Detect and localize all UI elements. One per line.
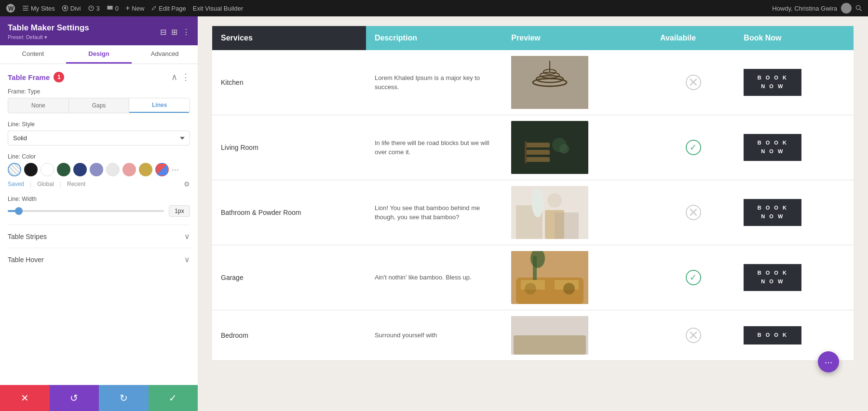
color-tab-saved[interactable]: Saved [8,181,24,187]
swatch-black[interactable] [24,163,38,176]
svg-rect-38 [511,316,588,355]
desc-cell-bathroom: Lion! You see that bamboo behind me thou… [366,180,502,245]
exit-builder-link[interactable]: Exit Visual Builder [193,5,244,12]
updates-link[interactable]: 3 [88,5,100,12]
bedroom-svg [511,316,588,355]
frame-type-field: Frame: Type None Gaps Lines [8,88,190,113]
booknow-cell-livingroom: B O O KN O W [735,115,854,180]
service-cell-livingroom: Living Room [212,115,366,180]
my-sites-link[interactable]: My Sites [22,5,55,12]
chevron-up-icon[interactable]: ∧ [171,72,177,82]
table-row: Bathroom & Powder Room Lion! You see tha… [212,180,854,245]
available-icon-2: ✓ [686,270,701,285]
preview-cell-livingroom [502,115,651,180]
table-frame-section-header: Table Frame 1 ∧ ⋮ [8,72,190,82]
topbar-right: Howdy, Christina Gwira [772,3,862,13]
service-cell-bathroom: Bathroom & Powder Room [212,180,366,245]
expand-icon[interactable]: ⊞ [171,27,177,37]
th-preview: Preview [502,26,651,50]
fab-button[interactable]: ··· [818,351,839,372]
line-width-value: 1px [169,205,190,217]
swatch-white[interactable] [41,163,54,176]
booknow-cell-garage: B O O KN O W [735,245,854,310]
preview-cell-garage [502,245,651,310]
exit-builder-label: Exit Visual Builder [193,5,244,12]
topbar: W My Sites Divi 3 0 + New Edit Page Exit… [0,0,868,16]
section-title-row: Table Frame 1 [8,72,64,82]
search-icon[interactable] [855,5,862,12]
available-cell-garage: ✓ [651,245,735,310]
more-icon[interactable]: ⋮ [182,27,190,37]
swatch-transparent[interactable] [8,163,21,176]
plus-icon: + [125,4,130,13]
swatch-lightgray[interactable] [106,163,120,176]
booknow-cell-bathroom: B O O KN O W [735,180,854,245]
swatch-darkgreen[interactable] [57,163,70,176]
line-color-field: Line: Color ··· Saved | [8,153,190,188]
table-stripes-header[interactable]: Table Stripes ∨ [8,232,190,241]
line-width-slider[interactable] [8,210,164,212]
book-now-button-garage[interactable]: B O O KN O W [744,264,801,291]
section-badge: 1 [54,72,64,82]
confirm-button[interactable]: ✓ [149,385,198,411]
updates-count: 3 [96,5,100,12]
table-hover-header[interactable]: Table Hover ∨ [8,255,190,264]
tab-content[interactable]: Content [0,45,66,64]
preview-cell-bathroom [502,180,651,245]
swatch-gold[interactable] [139,163,152,176]
frame-btn-gaps[interactable]: Gaps [69,98,130,113]
more-swatches-icon[interactable]: ··· [172,165,179,175]
undo-button[interactable]: ↺ [50,385,99,411]
line-width-label: Line: Width [8,196,190,202]
th-description: Description [366,26,502,50]
table-row: Bedroom Surround yourself with ✕ [212,310,854,361]
panel-preset[interactable]: Preset: Default ▾ [8,34,89,40]
line-style-field: Line: Style Solid Dashed Dotted Double [8,121,190,146]
panel-header-left: Table Maker Settings Preset: Default ▾ [8,23,89,40]
desc-cell-garage: Ain't nothin' like bamboo. Bless up. [366,245,502,310]
panel-content: Table Frame 1 ∧ ⋮ Frame: Type None Gaps … [0,64,198,385]
tab-design[interactable]: Design [66,45,132,64]
color-tab-recent[interactable]: Recent [67,181,85,187]
color-settings-icon[interactable]: ⚙ [184,180,190,188]
new-button[interactable]: + New [125,4,144,13]
comments-count: 0 [115,5,119,12]
service-cell-garage: Garage [212,245,366,310]
redo-button[interactable]: ↻ [99,385,149,411]
my-sites-label: My Sites [31,5,55,12]
book-now-button-livingroom[interactable]: B O O KN O W [744,134,801,160]
frame-btn-lines[interactable]: Lines [129,98,190,113]
swatch-red[interactable] [155,163,169,176]
garage-svg [511,251,588,304]
livingroom-svg [511,121,588,174]
svg-point-3 [856,5,860,9]
book-now-button-bathroom[interactable]: B O O KN O W [744,199,801,225]
minimize-icon[interactable]: ⊟ [160,27,166,37]
available-cell-bedroom: ✕ [651,310,735,361]
swatch-lavender[interactable] [90,163,103,176]
unavailable-icon: ✕ [686,75,701,90]
panel-header: Table Maker Settings Preset: Default ▾ ⊟… [0,16,198,45]
cancel-button[interactable]: ✕ [0,385,50,411]
tab-advanced[interactable]: Advanced [132,45,198,64]
section-options-icon[interactable]: ⋮ [181,72,190,82]
preview-image-garage [511,251,588,304]
color-tab-global[interactable]: Global [37,181,54,187]
edit-page-label: Edit Page [159,5,186,12]
divi-link[interactable]: Divi [62,5,81,12]
new-label: New [132,5,144,12]
swatch-navy[interactable] [73,163,87,176]
frame-btn-none[interactable]: None [8,98,69,113]
svg-rect-26 [511,186,588,239]
wp-logo[interactable]: W [6,3,15,13]
comments-link[interactable]: 0 [107,5,119,12]
panel-header-icons: ⊟ ⊞ ⋮ [160,27,190,37]
swatch-pink[interactable] [122,163,136,176]
book-now-button-bedroom[interactable]: B O O K [744,326,801,345]
edit-page-link[interactable]: Edit Page [151,5,186,12]
unavailable-icon-3: ✕ [686,328,701,343]
preview-image-bedroom [511,316,588,355]
book-now-button-kitchen[interactable]: B O O KN O W [744,69,801,95]
line-style-select[interactable]: Solid Dashed Dotted Double [8,131,190,146]
table-row: Kitchen Lorem Khaled Ipsum is a major ke… [212,50,854,115]
